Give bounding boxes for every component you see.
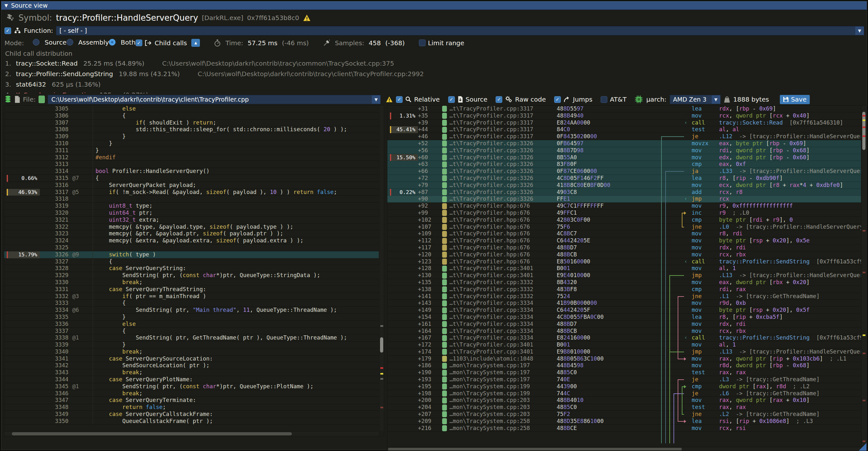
source-line[interactable]: 3332@3 if( ptr == m_mainThread ) <box>4 293 379 300</box>
source-line[interactable]: 3338@1 SendString( ptr, GetThreadName( p… <box>4 334 379 341</box>
source-line[interactable]: 3349 case ServerQueryCallstackFrame: <box>4 411 379 418</box>
asm-row[interactable]: +130…t\TracyProfiler.cpp:3401E9E4010000j… <box>388 272 861 279</box>
radio-both[interactable] <box>109 39 116 46</box>
source-line[interactable]: 46.93%3317@5 if( !m_sock->Read( &payload… <box>4 189 379 196</box>
source-line[interactable]: 3348 return false; <box>4 404 379 411</box>
asm-source-location[interactable]: …t\TracyProfiler.hpp:676 <box>442 210 557 217</box>
chevron-down-icon[interactable]: ▼ <box>712 95 720 104</box>
source-line[interactable]: 3344 case ServerQueryPlotName: <box>4 376 379 383</box>
asm-row[interactable]: +149…t\TracyProfiler.cpp:3334C64424205Fm… <box>388 307 861 314</box>
source-line[interactable]: 3328 case ServerQueryString: <box>4 265 379 272</box>
chevron-down-icon[interactable]: ▼ <box>372 95 380 104</box>
child-calls-checkbox[interactable] <box>135 39 142 46</box>
radio-source[interactable] <box>33 39 39 46</box>
asm-source-location[interactable]: …mon\TracySystem.cpp:258 <box>442 425 557 432</box>
asm-source-location[interactable]: …t\TracyProfiler.hpp:676 <box>442 251 557 258</box>
function-combo[interactable]: [ - self - ] ▼ <box>56 26 864 35</box>
asm-source-location[interactable]: …t\TracyProfiler.hpp:676 <box>442 237 557 244</box>
asm-source-location[interactable]: …t\TracyProfiler.cpp:3332 <box>442 293 557 300</box>
source-line[interactable]: 3323 memcpy( &ptr, &payload.ptr, sizeof(… <box>4 230 379 237</box>
asm-source-location[interactable]: …t\TracyProfiler.cpp:3326 <box>442 189 557 196</box>
source-line[interactable]: 3334@6 SendString( ptr, "Main thread", 1… <box>4 307 379 314</box>
raw-code-toggle[interactable]: Raw code <box>496 95 546 103</box>
source-line[interactable]: 3306 { <box>4 113 379 119</box>
jumps-toggle[interactable]: Jumps <box>554 95 592 103</box>
asm-row[interactable]: +112…t\TracyProfiler.hpp:676C64424205Emo… <box>388 237 861 244</box>
asm-source-location[interactable]: …t\TracyProfiler.hpp:676 <box>442 230 557 237</box>
asm-row[interactable]: +135…t\TracyProfiler.cpp:33328B4320movea… <box>388 279 861 286</box>
asm-row[interactable]: +99…t\TracyProfiler.hpp:67649FFC1incr9 ;… <box>388 210 861 217</box>
source-line[interactable]: 3339 } <box>4 341 379 349</box>
asm-source-location[interactable]: …t\TracyProfiler.cpp:3326 <box>442 175 557 182</box>
asm-row[interactable]: +102…t\TracyProfiler.hpp:67642803C0F00cm… <box>388 217 861 223</box>
source-line[interactable]: 3321 uint32_t extra; <box>4 217 379 223</box>
child-call-item[interactable]: 4.KeSynchronizeExecution125 μs (0.27%) <box>5 90 867 94</box>
source-line[interactable]: 3320 uint64_t ptr; <box>4 210 379 217</box>
source-line[interactable]: 3309 } <box>4 133 379 140</box>
asm-row[interactable]: +79…t\TracyProfiler.cpp:3326418B8C80E0BF… <box>388 182 861 189</box>
asm-source-location[interactable]: …t\TracyProfiler.hpp:676 <box>442 217 557 223</box>
asm-source-location[interactable]: …t\TracyProfiler.cpp:3401 <box>442 349 557 356</box>
mode-option-source[interactable]: Source <box>33 38 66 46</box>
source-line[interactable]: 0.66%3315@7{ <box>4 175 379 182</box>
asm-row[interactable]: +193…mon\TracySystem.cpp:197740Eje.L3 ->… <box>388 376 861 383</box>
radio-assembly[interactable] <box>66 39 73 46</box>
source-line[interactable]: 3341 case ServerQuerySourceLocation: <box>4 356 379 362</box>
asm-row[interactable]: +179…1103\include\atomic:1048488B05B63C1… <box>388 356 861 362</box>
source-vertical-scrollbar[interactable] <box>379 106 384 431</box>
source-line[interactable]: 3324 memcpy( &extra, &payload.extra, siz… <box>4 237 379 244</box>
asm-source-location[interactable]: …t\TracyProfiler.cpp:3326 <box>442 196 557 203</box>
asm-row[interactable]: +63…t\TracyProfiler.cpp:332683F80Fcmpeax… <box>388 161 861 168</box>
asm-row[interactable]: +190…mon\TracySystem.cpp:1974885C0testra… <box>388 369 861 376</box>
asm-source-location[interactable]: …t\TracyProfiler.hpp:676 <box>442 203 557 210</box>
child-call-item[interactable]: 1.tracy::Socket::Read25.25 ms (54.89%)C:… <box>5 58 867 68</box>
relative-toggle[interactable]: Relative <box>396 95 440 103</box>
source-line[interactable]: 3347 case ServerQueryTerminate: <box>4 397 379 404</box>
source-line[interactable]: 3308 std::this_thread::sleep_for( std::c… <box>4 126 379 133</box>
source-line[interactable]: 3331 case ServerQueryThreadString: <box>4 286 379 293</box>
asm-row[interactable]: +204…mon\TracySystem.cpp:2034885C0testra… <box>388 404 861 411</box>
source-line[interactable]: 3316 ServerQueryPacket payload; <box>4 182 379 189</box>
asm-row[interactable]: +123…t\TracyProfiler.hpp:676E850160000ca… <box>388 258 861 265</box>
source-line[interactable]: 3335 } <box>4 314 379 321</box>
asm-row[interactable]: +138…t\TracyProfiler.cpp:3332483BF8cmprd… <box>388 286 861 293</box>
asm-source-location[interactable]: …t\TracyProfiler.cpp:3326 <box>442 140 557 147</box>
asm-row[interactable]: +92…t\TracyProfiler.hpp:67649C7C1FFFFFFF… <box>388 203 861 210</box>
asm-source-location[interactable]: …t\TracyProfiler.hpp:676 <box>442 223 557 231</box>
resize-grip[interactable] <box>859 443 866 451</box>
asm-row[interactable]: +164…t\TracyProfiler.cpp:3334488BCBmovrc… <box>388 328 861 335</box>
scrollbar-thumb[interactable] <box>12 432 292 435</box>
limit-range-checkbox[interactable] <box>419 39 426 46</box>
limit-range-toggle[interactable]: Limit range <box>419 39 464 47</box>
asm-row[interactable]: +198…mon\TracySystem.cpp:199744Cje.L6 ->… <box>388 390 861 397</box>
file-combo[interactable]: C:\Users\wolf\Desktop\darkrl\contrib\tra… <box>48 95 381 104</box>
att-toggle[interactable]: AT&T <box>601 95 626 103</box>
source-line[interactable]: 3319 uint8_t type; <box>4 203 379 210</box>
asm-row[interactable]: +154…t\TracyProfiler.cpp:33344C8D055FBA0… <box>388 314 861 321</box>
scrollbar-thumb[interactable] <box>380 337 383 353</box>
child-call-item[interactable]: 2.tracy::Profiler::SendLongString19.88 m… <box>5 68 867 79</box>
asm-source-location[interactable]: …t\TracyProfiler.cpp:3334 <box>442 314 557 321</box>
asm-source-location[interactable]: …t\TracyProfiler.cpp:3317 <box>442 126 557 133</box>
asm-source-location[interactable]: …t\TracyProfiler.cpp:3401 <box>442 272 557 279</box>
asm-row[interactable]: +52…t\TracyProfiler.cpp:33260FB64597movz… <box>388 140 861 147</box>
asm-source-location[interactable]: …t\TracyProfiler.cpp:3326 <box>442 154 557 161</box>
source-line[interactable]: 3310 } <box>4 140 379 147</box>
source-line[interactable]: 3336 else <box>4 321 379 328</box>
function-checkbox[interactable] <box>4 27 11 34</box>
source-line[interactable]: 3312#endif <box>4 154 379 161</box>
asm-source-location[interactable]: …mon\TracySystem.cpp:203 <box>442 404 557 411</box>
source-line[interactable]: 3327 { <box>4 258 379 265</box>
save-button[interactable]: Save <box>780 95 810 104</box>
asm-row[interactable]: +46…t\TracyProfiler.cpp:33170F8435020000… <box>388 133 861 140</box>
asm-row[interactable]: +209…mon\TracySystem.cpp:258488D35E88610… <box>388 418 861 425</box>
asm-source-location[interactable]: …t\TracyProfiler.cpp:3326 <box>442 168 557 175</box>
asm-row[interactable]: +172…t\TracyProfiler.cpp:3401B001moval, … <box>388 341 861 349</box>
asm-row[interactable]: +216…mon\TracySystem.cpp:258488BCEmovrcx… <box>388 425 861 432</box>
uarch-combo[interactable]: AMD Zen 3 ▼ <box>670 95 721 104</box>
asm-row[interactable]: +207…mon\TracySystem.cpp:20375F2jne.L2 -… <box>388 411 861 418</box>
asm-source-location[interactable]: …1103\include\atomic:1048 <box>442 356 557 362</box>
source-line[interactable]: 3314bool Profiler::HandleServerQuery() <box>4 168 379 175</box>
source-line[interactable]: 3333 { <box>4 300 379 307</box>
asm-source-location[interactable]: …t\TracyProfiler.cpp:3334 <box>442 300 557 307</box>
